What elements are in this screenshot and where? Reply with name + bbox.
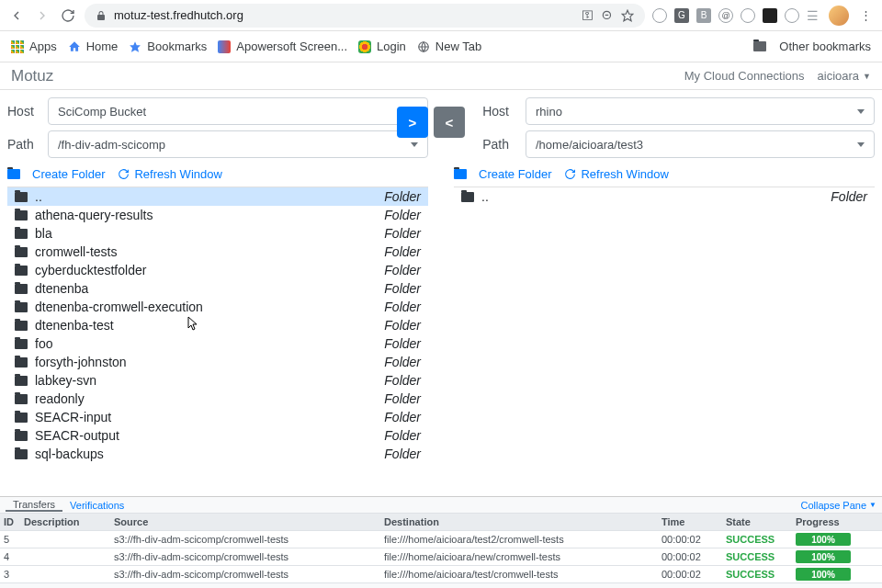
svg-marker-2 bbox=[622, 10, 633, 21]
file-row[interactable]: blaFolder bbox=[7, 224, 428, 243]
collapse-pane-button[interactable]: Collapse Pane ▼ bbox=[801, 500, 876, 511]
folder-icon bbox=[15, 321, 28, 331]
file-name: .. bbox=[35, 189, 384, 204]
file-row[interactable]: dtenenba-testFolder bbox=[7, 316, 428, 334]
dual-pane: Host SciComp Bucket Path /fh-div-adm-sci… bbox=[0, 90, 882, 496]
file-row[interactable]: ..Folder bbox=[454, 187, 875, 206]
zoom-icon[interactable] bbox=[601, 9, 614, 22]
right-host-select[interactable]: rhino bbox=[526, 97, 875, 125]
left-file-list[interactable]: ..Folderathena-query-resultsFolderblaFol… bbox=[7, 187, 428, 496]
ext-dark-icon[interactable] bbox=[763, 8, 777, 23]
left-refresh[interactable]: Refresh Window bbox=[118, 167, 221, 181]
star-icon[interactable] bbox=[621, 9, 634, 22]
right-create-folder[interactable]: Create Folder bbox=[454, 167, 551, 181]
tab-transfers[interactable]: Transfers bbox=[6, 499, 62, 512]
file-name: readonly bbox=[35, 391, 384, 406]
folder-icon bbox=[461, 192, 474, 202]
right-path-label: Path bbox=[454, 137, 518, 152]
transfer-left-button[interactable]: < bbox=[434, 107, 465, 138]
bookmark-apowersoft[interactable]: Apowersoft Screen... bbox=[218, 40, 347, 53]
other-bookmarks[interactable]: Other bookmarks bbox=[753, 40, 871, 53]
file-row[interactable]: athena-query-resultsFolder bbox=[7, 206, 428, 224]
right-refresh[interactable]: Refresh Window bbox=[564, 167, 668, 181]
folder-icon bbox=[15, 266, 28, 276]
transfers-body: 5s3://fh-div-adm-scicomp/cromwell-testsf… bbox=[0, 531, 882, 588]
file-row[interactable]: dtenenbaFolder bbox=[7, 279, 428, 298]
right-file-list[interactable]: ..Folder bbox=[454, 187, 875, 496]
file-row[interactable]: readonlyFolder bbox=[7, 390, 428, 408]
file-name: dtenenba bbox=[35, 281, 384, 296]
app-title: Motuz bbox=[11, 67, 53, 85]
file-name: sql-backups bbox=[35, 447, 384, 461]
file-row[interactable]: cromwell-testsFolder bbox=[7, 243, 428, 261]
ext-circle-icon[interactable] bbox=[652, 8, 667, 23]
bookmark-login[interactable]: Login bbox=[358, 40, 406, 53]
ext-at-icon[interactable]: @ bbox=[718, 8, 733, 23]
left-path-select[interactable]: /fh-div-adm-scicomp bbox=[48, 130, 428, 158]
file-row[interactable]: ..Folder bbox=[7, 187, 428, 206]
key-icon[interactable]: ⚿ bbox=[582, 8, 594, 22]
file-name: .. bbox=[481, 189, 831, 204]
file-name: bla bbox=[35, 226, 384, 241]
ext-list-icon[interactable]: ☰ bbox=[807, 8, 821, 23]
right-pane: Host rhino Path /home/aicioara/test3 Cre… bbox=[450, 90, 882, 496]
ext-b-icon[interactable]: B bbox=[696, 8, 711, 23]
folder-icon bbox=[15, 210, 28, 220]
bookmark-bookmarks[interactable]: Bookmarks bbox=[129, 40, 207, 53]
file-name: forsyth-johnston bbox=[35, 355, 384, 369]
right-path-select[interactable]: /home/aicioara/test3 bbox=[526, 130, 875, 158]
file-row[interactable]: labkey-svnFolder bbox=[7, 371, 428, 390]
url-text: motuz-test.fredhutch.org bbox=[114, 8, 574, 22]
file-type: Folder bbox=[384, 410, 421, 424]
extension-icons: G B @ ☰ ⋮ bbox=[652, 6, 875, 26]
ext-g-icon[interactable]: G bbox=[674, 8, 689, 23]
file-name: dtenenba-cromwell-execution bbox=[35, 300, 384, 314]
file-row[interactable]: fooFolder bbox=[7, 334, 428, 353]
folder-icon bbox=[15, 302, 28, 312]
bookmark-home[interactable]: Home bbox=[68, 40, 119, 53]
cloud-connections-link[interactable]: My Cloud Connections bbox=[684, 69, 805, 83]
file-name: SEACR-output bbox=[35, 428, 384, 443]
file-row[interactable]: dtenenba-cromwell-executionFolder bbox=[7, 298, 428, 316]
file-type: Folder bbox=[384, 318, 421, 333]
transfers-panel: Transfers Verifications Collapse Pane ▼ … bbox=[0, 496, 882, 588]
file-type: Folder bbox=[384, 226, 421, 241]
file-row[interactable]: sql-backupsFolder bbox=[7, 445, 428, 463]
folder-icon bbox=[15, 431, 28, 441]
file-type: Folder bbox=[384, 373, 421, 388]
transfer-right-button[interactable]: > bbox=[397, 107, 428, 138]
left-create-folder[interactable]: Create Folder bbox=[7, 167, 105, 181]
left-host-label: Host bbox=[7, 104, 40, 119]
transfer-row[interactable]: 3s3://fh-div-adm-scicomp/cromwell-testsf… bbox=[0, 566, 882, 583]
file-type: Folder bbox=[384, 189, 421, 204]
transfer-row[interactable]: 5s3://fh-div-adm-scicomp/cromwell-testsf… bbox=[0, 531, 882, 548]
back-button[interactable] bbox=[7, 6, 26, 25]
apps-button[interactable]: Apps bbox=[11, 40, 57, 53]
file-row[interactable]: SEACR-outputFolder bbox=[7, 426, 428, 445]
menu-button[interactable]: ⋮ bbox=[856, 6, 875, 25]
left-host-select[interactable]: SciComp Bucket bbox=[48, 97, 428, 125]
folder-icon bbox=[15, 284, 28, 294]
file-row[interactable]: cyberducktestfolderFolder bbox=[7, 261, 428, 279]
file-row[interactable]: SEACR-inputFolder bbox=[7, 408, 428, 426]
folder-icon bbox=[15, 357, 28, 368]
folder-icon bbox=[15, 394, 28, 404]
file-row[interactable]: forsyth-johnstonFolder bbox=[7, 353, 428, 371]
transfers-tabs: Transfers Verifications Collapse Pane ▼ bbox=[0, 497, 882, 514]
transfer-buttons: > < bbox=[397, 107, 465, 138]
folder-icon bbox=[15, 247, 28, 257]
address-bar[interactable]: motuz-test.fredhutch.org ⚿ bbox=[85, 4, 645, 28]
file-type: Folder bbox=[384, 391, 421, 406]
ext-circle3-icon[interactable] bbox=[785, 8, 799, 23]
bookmark-newtab[interactable]: New Tab bbox=[417, 40, 481, 53]
ext-circle2-icon[interactable] bbox=[741, 8, 755, 23]
transfers-header: ID Description Source Destination Time S… bbox=[0, 514, 882, 531]
avatar[interactable] bbox=[829, 6, 849, 26]
reload-button[interactable] bbox=[59, 6, 77, 25]
tab-verifications[interactable]: Verifications bbox=[62, 500, 131, 511]
folder-icon bbox=[15, 449, 28, 459]
forward-button[interactable] bbox=[33, 6, 51, 25]
file-name: SEACR-input bbox=[35, 410, 384, 424]
user-menu[interactable]: aicioara ▼ bbox=[818, 69, 871, 83]
transfer-row[interactable]: 4s3://fh-div-adm-scicomp/cromwell-testsf… bbox=[0, 548, 882, 566]
